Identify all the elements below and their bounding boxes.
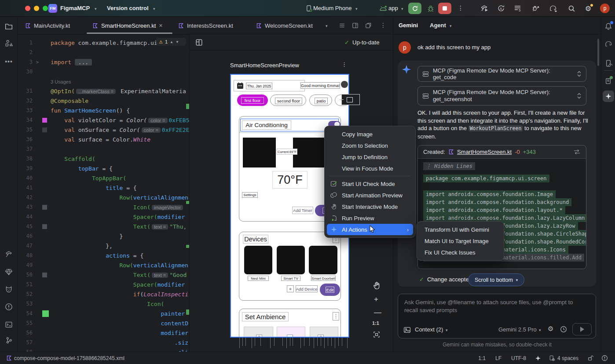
code-line[interactable]: 35 val onSurface = Color(color =0xFF2E2E: [18, 125, 189, 135]
app-quality-insights-icon[interactable]: [4, 267, 13, 276]
code-line[interactable]: 50 Text(text ="Good: [18, 270, 189, 280]
add-timer-button[interactable]: Add Timer: [292, 207, 313, 214]
model-selector[interactable]: Gemini 2.5 Pro: [498, 326, 537, 333]
scroll-to-bottom-button[interactable]: Scroll to bottom▾: [468, 273, 524, 286]
gutter-color-swatch[interactable]: [42, 205, 47, 210]
prev-warning-icon[interactable]: ▲: [170, 40, 173, 44]
diff-icon[interactable]: [573, 149, 581, 155]
menu-item-start-ui-check-mode[interactable]: Start UI Check Mode: [327, 178, 413, 189]
preview-layout-icon[interactable]: [195, 39, 203, 46]
menu-item-start-animation-preview[interactable]: Start Animation Preview: [327, 189, 413, 201]
gradle-sync-icon[interactable]: [548, 4, 558, 13]
next-warning-icon[interactable]: ▼: [176, 40, 179, 44]
inspections-widget[interactable]: ⚠1 ▲ ▼: [156, 38, 186, 46]
code-line[interactable]: 33fun SmartHomeScreen() {: [18, 106, 189, 115]
submenu-item-match-ui-to-target-image[interactable]: Match UI to Target Image: [419, 235, 502, 247]
tab-welcomescreen[interactable]: WelcomeScreen.kt: [256, 17, 313, 34]
mcp-call-get-screenshot[interactable]: MCP (Figma Remote Dev Mode MCP Server): …: [417, 86, 586, 106]
zoom-window-button[interactable]: [43, 6, 48, 11]
code-line[interactable]: 30: [18, 67, 189, 76]
menu-item-start-interactive-mode[interactable]: Start Interactive Mode: [327, 201, 413, 212]
caret-position[interactable]: 1:1: [478, 355, 486, 361]
project-folder-icon[interactable]: [4, 22, 13, 31]
code-line[interactable]: 57 .siz: [18, 338, 189, 347]
chip-first-floor[interactable]: first floor: [237, 95, 268, 106]
chip-patio[interactable]: patio: [309, 95, 332, 106]
readonly-lock-icon[interactable]: [587, 355, 593, 361]
attach-image-icon[interactable]: [403, 327, 411, 333]
ambience-options-icon[interactable]: ⋮: [333, 312, 339, 320]
device-tile[interactable]: [277, 246, 305, 274]
status-problems-icon[interactable]: [601, 355, 608, 361]
more-actions-icon[interactable]: ⋮: [458, 4, 464, 11]
code-line[interactable]: 32@Composable: [18, 96, 189, 106]
apply-changes-icon[interactable]: A: [496, 4, 506, 13]
zoom-level-label[interactable]: 1:1: [372, 320, 379, 326]
preview-title[interactable]: SmartHomeScreenPreview: [230, 62, 299, 69]
device-tile[interactable]: [309, 246, 337, 274]
selection-handle[interactable]: [341, 94, 360, 105]
code-line[interactable]: 36 val surface = Color.White: [18, 135, 189, 144]
code-editor[interactable]: 1package com.example.figmamcp.ui.s23>imp…: [18, 34, 189, 352]
tab-gemini[interactable]: Gemini: [399, 22, 418, 29]
zoom-in-icon[interactable]: +: [374, 295, 378, 304]
gutter-color-swatch[interactable]: [42, 224, 47, 229]
code-line[interactable]: 49 Row(verticalAlignmen: [18, 260, 189, 270]
terminal-icon[interactable]: [4, 320, 13, 329]
gemini-input-box[interactable]: Ask Gemini, use @filename to attach sour…: [398, 294, 596, 339]
code-line[interactable]: 37: [18, 144, 189, 154]
stop-button[interactable]: [438, 3, 451, 14]
device-tile[interactable]: [244, 246, 272, 274]
code-line[interactable]: 42 Row(verticalAlignmen: [18, 193, 189, 202]
code-line[interactable]: 55 contentD: [18, 318, 189, 328]
code-line[interactable]: 31@OptIn(...markerClass = ExperimentalMa…: [18, 86, 189, 96]
build-run-icon[interactable]: [480, 4, 489, 13]
code-line[interactable]: 56 modifier: [18, 328, 189, 338]
editor-options-icon[interactable]: ⋮: [380, 22, 386, 29]
gutter-color-swatch[interactable]: [42, 127, 47, 132]
history-clock-icon[interactable]: [560, 326, 567, 333]
code-line[interactable]: 41 title = {: [18, 183, 189, 193]
resource-manager-icon[interactable]: [4, 39, 13, 47]
gutter-color-swatch[interactable]: [42, 310, 49, 317]
notifications-bell-icon[interactable]: [604, 22, 613, 31]
file-encoding[interactable]: UTF-8: [511, 355, 526, 361]
mcp-call-get-code[interactable]: MCP (Figma Remote Dev Mode MCP Server): …: [417, 66, 586, 82]
ambience-card[interactable]: Set Ambience ⋮ ⌚ + ⌚: [239, 309, 341, 338]
gemini-settings-gear-icon[interactable]: ⚙: [548, 325, 553, 333]
run-config-selector[interactable]: app: [388, 5, 398, 11]
gutter-color-swatch[interactable]: [42, 118, 47, 123]
tab-agent[interactable]: Agent: [430, 22, 446, 29]
code-line[interactable]: 58 .cli: [18, 347, 189, 352]
problems-icon[interactable]: [4, 302, 13, 311]
editor-list-icon[interactable]: [339, 22, 345, 29]
more-tool-windows-icon[interactable]: •••: [4, 57, 13, 66]
submenu-item-fix-ui-check-issues[interactable]: Fix UI Check Issues: [419, 247, 502, 258]
gemini-status-icon[interactable]: [535, 355, 541, 361]
code-line[interactable]: 43 Icon(imageVector: [18, 202, 189, 212]
code-line[interactable]: 53 Icon(: [18, 299, 189, 309]
running-devices-icon[interactable]: [604, 59, 613, 68]
code-line[interactable]: 44 Spacer(modifier: [18, 212, 189, 222]
created-file-link[interactable]: SmartHomeScreen.kt: [457, 149, 512, 155]
menu-item-jump-to-definition[interactable]: Jump to Definition: [327, 151, 413, 163]
logcat-icon[interactable]: [4, 285, 13, 294]
code-line[interactable]: 46 }: [18, 231, 189, 241]
attach-debugger-icon[interactable]: [531, 4, 540, 13]
user-avatar[interactable]: p: [600, 4, 610, 13]
status-file[interactable]: compose-compose-model-1758866285245.xml: [6, 355, 124, 361]
code-line[interactable]: 38 Scaffold(: [18, 154, 189, 164]
settings-gear-icon[interactable]: ⚙: [583, 4, 593, 13]
hidden-tabs-chevron-icon[interactable]: ▾: [326, 24, 328, 28]
code-line[interactable]: 51 Spacer(modifier: [18, 280, 189, 289]
minimize-window-button[interactable]: [34, 6, 39, 11]
tab-interestsscreen[interactable]: InterestsScreen.kt: [178, 17, 233, 34]
chip-second-floor[interactable]: second floor: [270, 95, 306, 106]
device-explorer-icon[interactable]: [604, 76, 613, 85]
gradle-icon[interactable]: [604, 40, 613, 48]
code-line[interactable]: 3>import ...: [18, 57, 189, 67]
rerun-button[interactable]: [408, 3, 421, 14]
settings-label[interactable]: Settings: [242, 192, 258, 198]
vcs-widget[interactable]: Version control: [107, 5, 149, 11]
ambience-tile[interactable]: [310, 327, 338, 338]
